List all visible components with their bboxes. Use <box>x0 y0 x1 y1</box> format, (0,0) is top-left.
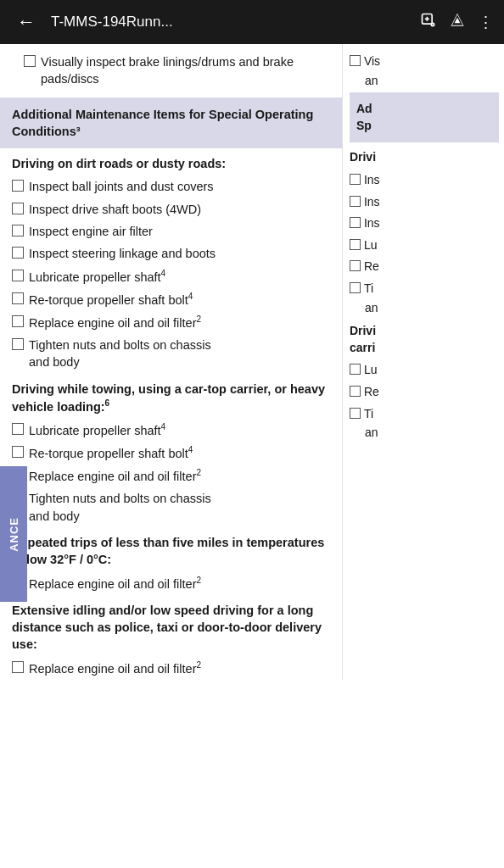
list-item: Ins <box>350 192 499 214</box>
list-item: Inspect drive shaft boots (4WD) <box>0 198 342 220</box>
list-item: Tighten nuts and bolts on chassisand bod… <box>0 487 342 527</box>
checkbox[interactable] <box>24 55 36 67</box>
list-item: Vis <box>350 51 499 73</box>
top-bar: ← T-MMS-194Runn... ⋮ <box>0 0 504 44</box>
list-item: Re <box>350 256 499 278</box>
right-intro-section: Vis an <box>350 44 499 92</box>
document-title: T-MMS-194Runn... <box>51 14 412 31</box>
item-text: Tighten nuts and bolts on chassisand bod… <box>29 490 330 525</box>
checkbox[interactable] <box>350 386 361 397</box>
left-column: Visually inspect brake linings/drums and… <box>0 44 343 680</box>
top-bar-icons: ⋮ <box>420 12 494 33</box>
side-tab-label: ANCE <box>8 517 20 552</box>
checkbox[interactable] <box>350 282 361 293</box>
item-text: Lu <box>364 362 378 379</box>
svg-point-3 <box>431 23 434 25</box>
right-section-heading-dirt: Drivi <box>350 142 499 170</box>
item-text: Lubricate propeller shaft4 <box>29 421 330 439</box>
item-text: Ti <box>364 281 373 298</box>
list-item: Replace engine oil and oil filter2 <box>0 657 342 680</box>
checkbox[interactable] <box>12 225 24 236</box>
section-heading-dirt: Driving on dirt roads or dusty roads: <box>0 148 342 175</box>
checkbox[interactable] <box>12 446 24 458</box>
item-text: Replace engine oil and oil filter2 <box>29 575 330 593</box>
item-text: Visually inspect brake linings/drums and… <box>41 53 318 88</box>
list-item: Re <box>350 381 499 403</box>
intro-section: Visually inspect brake linings/drums and… <box>0 44 342 97</box>
item-text: Ti <box>364 406 373 423</box>
list-item: Inspect steering linkage and boots <box>0 242 342 264</box>
checkbox[interactable] <box>12 203 24 214</box>
checkbox[interactable] <box>350 364 361 375</box>
checkbox[interactable] <box>12 292 24 304</box>
item-text: Replace engine oil and oil filter2 <box>29 659 330 677</box>
item-text: Ins <box>364 194 380 211</box>
item-text: Replace engine oil and oil filter2 <box>29 314 330 331</box>
right-column: Vis an AdSp Drivi Ins Ins Ins L <box>343 44 504 680</box>
item-text: Tighten nuts and bolts on chassisand bod… <box>29 337 330 371</box>
right-special-header: AdSp <box>350 92 499 142</box>
checkbox[interactable] <box>12 338 24 350</box>
item-text: Inspect engine air filter <box>29 223 330 240</box>
checkbox[interactable] <box>350 408 361 419</box>
item-text: Re-torque propeller shaft bolt4 <box>29 291 330 309</box>
checkbox[interactable] <box>350 260 361 271</box>
list-item: Ins <box>350 213 499 235</box>
checkbox[interactable] <box>350 217 361 228</box>
back-button[interactable]: ← <box>10 8 42 36</box>
section-heading-towing: Driving while towing, using a car-top ca… <box>0 374 342 419</box>
list-item: Lubricate propeller shaft4 <box>0 419 342 442</box>
side-tab: ANCE <box>0 466 27 602</box>
drive-icon[interactable] <box>449 12 466 33</box>
checkbox[interactable] <box>12 423 24 435</box>
list-item: Inspect ball joints and dust covers <box>0 175 342 198</box>
list-item: Visually inspect brake linings/drums and… <box>12 51 330 91</box>
list-item: Replace engine oil and oil filter2 <box>0 465 342 487</box>
checkbox[interactable] <box>350 239 361 250</box>
section-heading-idling: Extensive idling and/or low speed drivin… <box>0 595 342 657</box>
item-text: Ins <box>364 215 380 232</box>
checkbox[interactable] <box>12 661 24 673</box>
list-item: Lu <box>350 359 499 381</box>
checkbox[interactable] <box>350 174 361 185</box>
checkbox[interactable] <box>350 196 361 207</box>
list-item: Ins <box>350 170 499 192</box>
list-item: Replace engine oil and oil filter2 <box>0 311 342 334</box>
item-text: Inspect drive shaft boots (4WD) <box>29 201 330 218</box>
item-text: Lu <box>364 237 378 254</box>
item-continuation: an <box>350 300 499 317</box>
checkbox[interactable] <box>12 180 24 192</box>
item-text: Inspect steering linkage and boots <box>29 245 330 262</box>
section-heading-trips: Repeated trips of less than five miles i… <box>0 527 342 572</box>
item-text: Ins <box>364 172 380 189</box>
list-item: Lu <box>350 235 499 257</box>
content-wrapper: Visually inspect brake linings/drums and… <box>0 44 504 680</box>
list-item: Re-torque propeller shaft bolt4 <box>0 288 342 311</box>
search-icon[interactable] <box>420 12 437 33</box>
list-item: Inspect engine air filter <box>0 220 342 242</box>
item-text: Replace engine oil and oil filter2 <box>29 467 330 485</box>
item-text: Vis <box>364 53 380 70</box>
item-continuation: an <box>350 425 499 442</box>
special-header: Additional Maintenance Items for Special… <box>0 97 342 149</box>
item-text: Lubricate propeller shaft4 <box>29 268 330 286</box>
list-item: Ti <box>350 403 499 426</box>
list-item: Ti <box>350 278 499 300</box>
list-item: Lubricate propeller shaft4 <box>0 265 342 288</box>
right-section-heading-towing: Drivicarri <box>350 316 499 359</box>
item-text: Inspect ball joints and dust covers <box>29 178 330 195</box>
item-text: Re-torque propeller shaft bolt4 <box>29 444 330 462</box>
checkbox[interactable] <box>12 315 24 327</box>
checkbox[interactable] <box>12 247 24 259</box>
list-item: Replace engine oil and oil filter2 <box>0 572 342 595</box>
more-icon[interactable]: ⋮ <box>478 13 494 32</box>
item-text: Re <box>364 259 379 275</box>
item-continuation: an <box>350 73 499 90</box>
checkbox[interactable] <box>12 270 24 281</box>
list-item: Re-torque propeller shaft bolt4 <box>0 442 342 465</box>
list-item: Tighten nuts and bolts on chassisand bod… <box>0 334 342 374</box>
checkbox[interactable] <box>350 55 361 66</box>
right-col-content: Vis an AdSp Drivi Ins Ins Ins L <box>343 44 504 442</box>
item-text: Re <box>364 384 379 401</box>
